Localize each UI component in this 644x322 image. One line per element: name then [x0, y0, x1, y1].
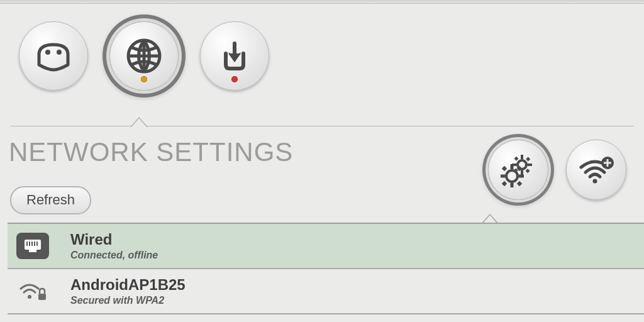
robot-icon	[34, 40, 73, 72]
svg-point-1	[57, 50, 62, 55]
wifi-plus-icon	[577, 155, 615, 185]
svg-point-30	[28, 295, 31, 299]
svg-rect-26	[29, 242, 30, 246]
status-dot-orange	[141, 76, 147, 82]
svg-rect-18	[517, 181, 522, 186]
svg-rect-15	[501, 175, 505, 178]
tab-row	[0, 4, 644, 91]
svg-point-21	[593, 179, 597, 184]
svg-point-0	[45, 50, 50, 55]
divider-top	[10, 126, 634, 126]
network-row-wifi[interactable]: AndroidAP1B25 Secured with WPA2	[8, 269, 644, 314]
svg-rect-13	[511, 164, 514, 169]
refresh-button[interactable]: Refresh	[10, 186, 91, 214]
network-name: AndroidAP1B25	[70, 276, 186, 294]
network-status: Connected, offline	[70, 250, 158, 261]
tab-network[interactable]	[109, 21, 179, 91]
svg-rect-20	[502, 181, 507, 186]
svg-rect-7	[528, 164, 532, 166]
svg-rect-25	[26, 242, 28, 246]
svg-rect-27	[31, 242, 33, 246]
ethernet-icon	[16, 233, 49, 259]
globe-icon	[125, 36, 164, 75]
network-name: Wired	[70, 231, 158, 248]
svg-rect-24	[29, 247, 36, 252]
svg-rect-29	[36, 242, 38, 246]
svg-rect-31	[38, 294, 46, 300]
action-row	[488, 140, 626, 200]
tab-pointer	[131, 118, 147, 127]
network-list: Wired Connected, offline AndroidAP1B25 S…	[8, 223, 644, 314]
svg-rect-8	[514, 157, 518, 161]
svg-rect-4	[521, 155, 523, 159]
network-status: Secured with WPA2	[70, 295, 186, 306]
page-title: NETWORK SETTINGS	[9, 137, 293, 167]
add-wifi-button[interactable]	[566, 140, 626, 200]
svg-point-12	[506, 170, 518, 182]
download-icon	[217, 38, 252, 74]
svg-rect-14	[511, 183, 514, 187]
tab-robot[interactable]	[19, 21, 88, 91]
tab-download[interactable]	[200, 21, 269, 91]
svg-rect-16	[519, 175, 524, 178]
gears-icon	[501, 152, 536, 187]
svg-rect-5	[521, 170, 523, 175]
settings-cog-button[interactable]	[488, 140, 548, 200]
wifi-lock-icon	[16, 278, 49, 304]
svg-rect-9	[525, 169, 530, 173]
svg-rect-10	[526, 157, 530, 161]
svg-rect-17	[502, 166, 507, 171]
status-dot-red	[231, 76, 238, 82]
svg-rect-28	[34, 242, 35, 246]
network-row-wired[interactable]: Wired Connected, offline	[8, 224, 644, 269]
